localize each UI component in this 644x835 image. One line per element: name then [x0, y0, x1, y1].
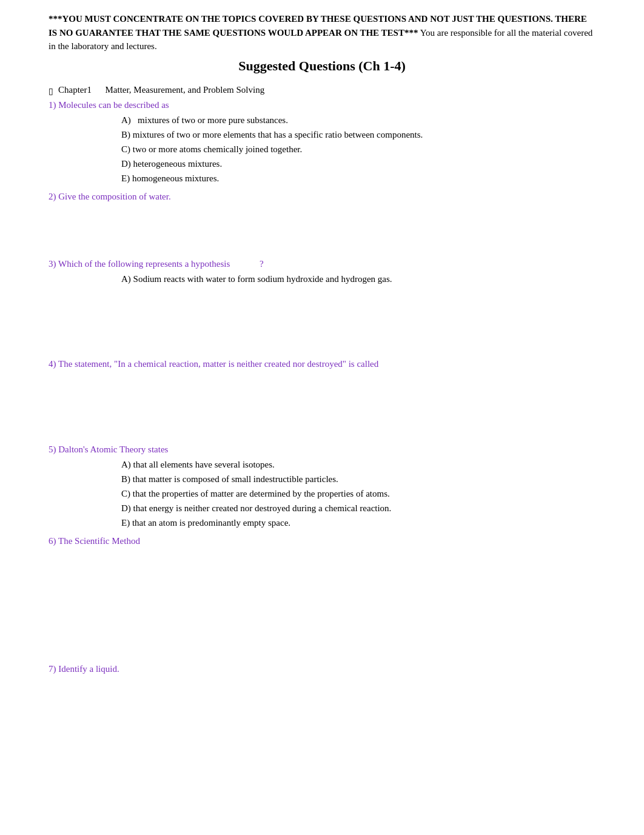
- question-2-text: 2) Give the composition of water.: [49, 192, 595, 202]
- choice-1d: D) heterogeneous mixtures.: [121, 156, 595, 171]
- question-7-text: 7) Identify a liquid.: [49, 664, 595, 674]
- question-1-text: 1) Molecules can be described as: [49, 100, 595, 110]
- bullet-icon: ▯: [49, 86, 53, 96]
- spacer-4: [49, 372, 595, 438]
- question-5: 5) Dalton's Atomic Theory states A) that…: [49, 444, 595, 530]
- choice-1e: E) homogeneous mixtures.: [121, 171, 595, 186]
- choice-5b: B) that matter is composed of small inde…: [121, 472, 595, 486]
- choice-1a: A) mixtures of two or more pure substanc…: [121, 113, 595, 127]
- choice-5a: A) that all elements have several isotop…: [121, 457, 595, 472]
- spacer-2: [49, 204, 595, 253]
- spacer-6: [49, 549, 595, 658]
- choice-1c: C) two or more atoms chemically joined t…: [121, 142, 595, 156]
- question-1: 1) Molecules can be described as A) mixt…: [49, 100, 595, 186]
- spacer-3: [49, 286, 595, 353]
- chapter-label: Chapter1 Matter, Measurement, and Proble…: [58, 85, 264, 95]
- question-7: 7) Identify a liquid.: [49, 664, 595, 674]
- question-3: 3) Which of the following represents a h…: [49, 259, 595, 353]
- page-title: Suggested Questions (Ch 1-4): [49, 58, 595, 74]
- question-6-text: 6) The Scientific Method: [49, 536, 595, 546]
- choice-5d: D) that energy is neither created nor de…: [121, 501, 595, 515]
- choice-1b: B) mixtures of two or more elements that…: [121, 127, 595, 142]
- question-5-text: 5) Dalton's Atomic Theory states: [49, 444, 595, 455]
- warning-block: ***YOU MUST CONCENTRATE ON THE TOPICS CO…: [49, 12, 595, 53]
- question-2: 2) Give the composition of water.: [49, 192, 595, 253]
- question-3-choices: A) Sodium reacts with water to form sodi…: [73, 272, 595, 286]
- question-5-choices: A) that all elements have several isotop…: [73, 457, 595, 530]
- chapter-header: ▯ Chapter1 Matter, Measurement, and Prob…: [49, 85, 595, 96]
- question-4-text: 4) The statement, "In a chemical reactio…: [49, 359, 595, 369]
- question-1-choices: A) mixtures of two or more pure substanc…: [73, 113, 595, 186]
- warning-text: ***YOU MUST CONCENTRATE ON THE TOPICS CO…: [49, 12, 595, 53]
- question-4: 4) The statement, "In a chemical reactio…: [49, 359, 595, 438]
- choice-5c: C) that the properties of matter are det…: [121, 486, 595, 501]
- choice-5e: E) that an atom is predominantly empty s…: [121, 515, 595, 530]
- choice-3a: A) Sodium reacts with water to form sodi…: [121, 272, 595, 286]
- question-3-text: 3) Which of the following represents a h…: [49, 259, 595, 269]
- question-6: 6) The Scientific Method: [49, 536, 595, 658]
